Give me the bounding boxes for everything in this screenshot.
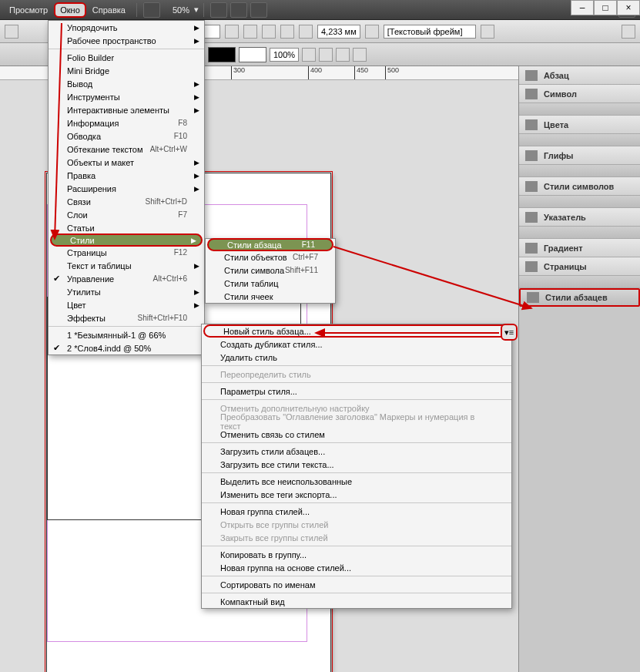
menu-item[interactable]: Стили▶: [50, 234, 203, 247]
panel-char-icon[interactable]: Символ: [519, 85, 640, 103]
menu-shortcut: F10: [174, 132, 187, 140]
menu-item[interactable]: Загрузить все стили текста...: [202, 458, 511, 471]
menu-item[interactable]: Рабочее пространство▶: [49, 34, 204, 47]
menu-item[interactable]: СлоиF7: [49, 208, 204, 221]
menu-item[interactable]: СтраницыF12: [49, 246, 204, 259]
panel-flyout-button[interactable]: ▾≡: [501, 324, 518, 341]
menu-item[interactable]: Цвет▶: [49, 298, 204, 311]
ruler-tick: 500: [385, 66, 399, 79]
panel-dock: АбзацСимволЦветаГлифыСтили символовУказа…: [518, 66, 640, 672]
fit-icon-1[interactable]: [302, 48, 316, 62]
fill-swatch[interactable]: [208, 47, 236, 62]
menu-item[interactable]: Расширения▶: [49, 182, 204, 195]
menu-item[interactable]: Создать дубликат стиля...: [202, 338, 511, 351]
menu-item-label: Слои: [67, 210, 88, 220]
menu-view[interactable]: Просмотр: [3, 2, 54, 18]
menu-item-label: Новая группа на основе стилей...: [220, 563, 351, 573]
menu-item[interactable]: Стили ячеек: [206, 290, 335, 303]
menu-item[interactable]: Стили объектовCtrl+F7: [206, 250, 335, 264]
menu-item[interactable]: ОбводкаF10: [49, 129, 204, 143]
menu-item[interactable]: ИнформацияF8: [49, 116, 204, 129]
panel-gradient-icon[interactable]: Градиент: [519, 239, 640, 257]
menu-item[interactable]: Объекты и макет▶: [49, 156, 204, 169]
fit-icon-4[interactable]: [353, 48, 367, 62]
menu-item[interactable]: Стили абзацаF11: [207, 238, 333, 251]
options-icon[interactable]: [481, 25, 494, 39]
menu-window[interactable]: Окно: [54, 2, 86, 18]
menu-item[interactable]: Mini Bridge: [49, 64, 204, 77]
fit-icon-2[interactable]: [319, 48, 333, 62]
menu-item[interactable]: Сортировать по именам: [202, 578, 511, 591]
panel-parastyle-icon[interactable]: Стили абзацев: [519, 288, 640, 307]
menu-item[interactable]: ✔УправлениеAlt+Ctrl+6: [49, 272, 204, 285]
menu-item[interactable]: Новая группа на основе стилей...: [202, 561, 511, 574]
maximize-button[interactable]: □: [594, 0, 617, 15]
menu-shortcut: Shift+Ctrl+D: [146, 197, 187, 206]
submenu-arrow-icon: ▶: [194, 301, 199, 309]
corner-icon[interactable]: [299, 25, 313, 39]
panel-paragraph-icon[interactable]: Абзац: [519, 66, 640, 85]
minimize-button[interactable]: –: [571, 0, 594, 15]
menu-item-label: Рабочее пространство: [67, 36, 156, 45]
menu-item[interactable]: Правка▶: [49, 169, 204, 182]
menu-item[interactable]: Удалить стиль: [202, 351, 511, 364]
panel-label: Глифы: [544, 151, 573, 160]
parastyle-icon: [527, 292, 539, 303]
menu-item[interactable]: ЭффектыShift+Ctrl+F10: [49, 311, 204, 324]
menu-item[interactable]: Стили символаShift+F11: [206, 264, 335, 277]
frame-type-field[interactable]: [Текстовый фрейм]: [384, 25, 476, 39]
scale-icon[interactable]: [225, 25, 239, 39]
menu-item[interactable]: Выделить все неиспользованные: [202, 475, 511, 488]
menu-item[interactable]: Текст и таблицы▶: [49, 259, 204, 272]
menu-item-label: Вывод: [67, 79, 92, 89]
panel-glyph-icon[interactable]: Глифы: [519, 146, 640, 165]
panel-index-icon[interactable]: Указатель: [519, 208, 640, 227]
align-icon[interactable]: [262, 25, 276, 39]
menu-item[interactable]: СвязиShift+Ctrl+D: [49, 195, 204, 208]
menu-item[interactable]: Интерактивные элементы▶: [49, 103, 204, 116]
wrap-icon[interactable]: [280, 25, 294, 39]
menu-item[interactable]: Упорядочить▶: [49, 21, 204, 34]
menu-item[interactable]: ✔2 *Слов4.indd @ 50%: [49, 341, 204, 354]
menu-item[interactable]: Копировать в группу...: [202, 548, 511, 561]
fx-icon[interactable]: [243, 25, 257, 39]
gradient-icon: [525, 243, 538, 254]
menu-item[interactable]: Утилиты▶: [49, 285, 204, 298]
layout-icon[interactable]: [250, 2, 267, 18]
panel-color-icon[interactable]: Цвета: [519, 116, 640, 134]
fill-none-swatch[interactable]: [239, 47, 266, 62]
corner-radius-field[interactable]: 4,233 мм: [317, 25, 360, 39]
close-button[interactable]: ×: [617, 0, 640, 15]
menu-item[interactable]: Отменить связь со стилем: [202, 428, 511, 441]
menu-item[interactable]: Изменить все теги экспорта...: [202, 488, 511, 501]
menu-item[interactable]: Вывод▶: [49, 77, 204, 90]
menu-item-label: Mini Bridge: [67, 66, 109, 76]
menu-item[interactable]: Стили таблиц: [206, 277, 335, 290]
menu-item[interactable]: Инструменты▶: [49, 90, 204, 103]
menu-item[interactable]: Компактный вид: [202, 595, 511, 608]
menu-item[interactable]: Обтекание текстомAlt+Ctrl+W: [49, 143, 204, 156]
fit-icon-3[interactable]: [336, 48, 350, 62]
menu-item[interactable]: Folio Builder: [49, 51, 204, 64]
screenmode-icon[interactable]: [210, 2, 227, 18]
cursor-icon[interactable]: [5, 25, 18, 39]
frame-icon[interactable]: [365, 25, 379, 39]
menu-item-label: Эффекты: [67, 314, 106, 323]
arrange-icon[interactable]: [230, 2, 247, 18]
menu-item[interactable]: Новая группа стилей...: [202, 505, 511, 518]
panel-charstyle-icon[interactable]: Стили символов: [519, 177, 640, 196]
menu-item-label: Выделить все неиспользованные: [220, 477, 352, 486]
bolt-icon[interactable]: [622, 25, 635, 39]
menu-item[interactable]: Статьи: [49, 221, 204, 234]
menu-item: Переопределить стиль: [202, 368, 511, 381]
menu-item[interactable]: Параметры стиля...: [202, 385, 511, 398]
panel-pages-icon[interactable]: Страницы: [519, 257, 640, 276]
bridge-icon[interactable]: [143, 2, 160, 18]
menu-item-label: Информация: [67, 119, 119, 128]
zoom-level[interactable]: 50%: [168, 5, 194, 15]
menu-item[interactable]: Загрузить стили абзацев...: [202, 445, 511, 458]
menu-item[interactable]: 1 *Безымянный-1 @ 66%: [49, 328, 204, 341]
menu-help[interactable]: Справка: [86, 2, 132, 18]
menu-item[interactable]: Новый стиль абзаца...: [203, 324, 510, 338]
opacity-field[interactable]: 100%: [270, 48, 299, 62]
